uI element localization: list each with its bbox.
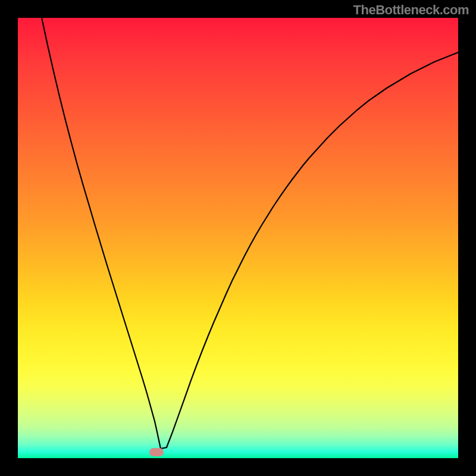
- plot-area: [18, 18, 458, 458]
- chart-container: TheBottleneck.com: [0, 0, 476, 476]
- attribution-text: TheBottleneck.com: [353, 2, 469, 18]
- optimal-point-marker: [149, 448, 164, 456]
- bottleneck-curve: [18, 18, 458, 458]
